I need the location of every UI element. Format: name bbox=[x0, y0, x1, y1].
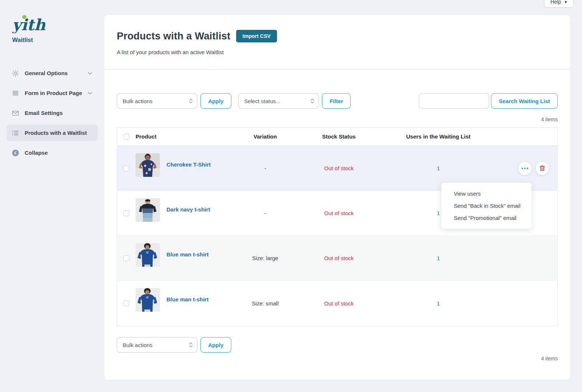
help-caret-icon: ▼ bbox=[564, 0, 568, 4]
waitlist-table: Product Variation Stock Status Users in … bbox=[117, 127, 558, 326]
product-image bbox=[136, 198, 160, 222]
row-checkbox[interactable] bbox=[123, 255, 129, 261]
table-row: Blue man t-shirt Size: large Out of stoc… bbox=[117, 236, 557, 281]
sidebar-item-collapse[interactable]: Collapse bbox=[7, 144, 98, 161]
sidebar-item-label: Form in Product Page bbox=[25, 90, 87, 96]
users-count-cell[interactable]: 1 bbox=[379, 281, 497, 326]
column-header-users: Users in the Waiting List bbox=[379, 127, 497, 146]
sidebar-item-label: Products with a Waitlist bbox=[25, 130, 92, 136]
menu-item-send-promotional-email[interactable]: Send "Promotional" email bbox=[441, 212, 532, 224]
product-link[interactable]: Blue man t-shirt bbox=[166, 251, 208, 258]
import-csv-button[interactable]: Import CSV bbox=[236, 30, 277, 42]
variation-cell: - bbox=[232, 146, 298, 190]
help-button[interactable]: Help ▼ bbox=[544, 0, 574, 8]
chevron-down-icon bbox=[87, 91, 92, 96]
search-waiting-list-button[interactable]: Search Waiting List bbox=[491, 93, 558, 109]
sidebar-item-label: Email Settings bbox=[25, 110, 92, 116]
yith-logo: yith Waitlist bbox=[0, 14, 104, 43]
panel-header: Products with a Waitlist Import CSV A li… bbox=[104, 15, 570, 70]
product-link[interactable]: Cherokee T-Shirt bbox=[166, 161, 211, 168]
ellipsis-icon bbox=[522, 168, 528, 169]
product-image bbox=[136, 153, 160, 177]
stock-status-cell: Out of stock bbox=[298, 191, 379, 235]
column-header-product: Product bbox=[136, 127, 232, 146]
row-action-menu: View users Send "Back in Stock" email Se… bbox=[441, 183, 532, 229]
stock-status-cell: Out of stock bbox=[298, 236, 379, 280]
table-row: Blue man t-shirt Size: small Out of stoc… bbox=[117, 281, 557, 326]
sidebar-item-form-in-product-page[interactable]: Form in Product Page bbox=[7, 85, 98, 101]
main-panel: Products with a Waitlist Import CSV A li… bbox=[104, 15, 570, 380]
sidebar: yith Waitlist General Options bbox=[0, 0, 104, 392]
table-row: Cherokee T-Shirt - Out of stock 1 bbox=[117, 146, 557, 191]
stock-status-cell: Out of stock bbox=[298, 281, 379, 326]
sidebar-item-products-with-a-waitlist[interactable]: Products with a Waitlist bbox=[7, 125, 98, 141]
top-toolbar: Bulk actions Apply Select status... Filt… bbox=[117, 93, 558, 109]
table-header-row: Product Variation Stock Status Users in … bbox=[117, 127, 557, 146]
bottom-toolbar: Bulk actions Apply bbox=[117, 337, 558, 353]
menu-item-view-users[interactable]: View users bbox=[441, 188, 532, 200]
form-icon bbox=[12, 90, 19, 97]
variation-cell: Size: small bbox=[232, 281, 298, 326]
page-subtitle: A list of your products with an active W… bbox=[117, 49, 558, 55]
apply-button[interactable]: Apply bbox=[200, 93, 231, 109]
filter-button[interactable]: Filter bbox=[322, 93, 351, 109]
sidebar-item-label: Collapse bbox=[25, 150, 92, 156]
items-count-top: 4 items bbox=[117, 116, 558, 122]
trash-icon bbox=[539, 165, 545, 171]
status-filter-select[interactable]: Select status... bbox=[238, 93, 319, 109]
bulk-actions-select-bottom[interactable]: Bulk actions bbox=[117, 337, 197, 353]
product-cell: Blue man t-shirt bbox=[136, 236, 232, 280]
sidebar-nav: General Options Form in Product Page bbox=[0, 65, 104, 161]
plugin-name: Waitlist bbox=[12, 37, 104, 43]
menu-item-send-back-in-stock-email[interactable]: Send "Back in Stock" email bbox=[441, 200, 532, 212]
sidebar-item-general-options[interactable]: General Options bbox=[7, 65, 98, 81]
row-checkbox[interactable] bbox=[123, 165, 129, 171]
row-checkbox[interactable] bbox=[123, 210, 129, 216]
gear-icon bbox=[12, 70, 19, 77]
product-link[interactable]: Blue man t-shirt bbox=[166, 296, 208, 302]
email-icon bbox=[12, 109, 19, 117]
collapse-icon bbox=[12, 149, 19, 157]
variation-cell: Size: large bbox=[232, 236, 298, 280]
select-all-checkbox[interactable] bbox=[123, 134, 129, 140]
delete-row-button[interactable] bbox=[536, 162, 549, 175]
row-menu-button[interactable] bbox=[518, 162, 532, 175]
product-image bbox=[136, 243, 160, 267]
product-cell: Dark navy t-shirt bbox=[136, 191, 232, 235]
svg-text:yith: yith bbox=[12, 16, 45, 33]
chevron-down-icon bbox=[87, 71, 92, 76]
stock-status-cell: Out of stock bbox=[298, 146, 379, 190]
variation-cell: - bbox=[232, 191, 298, 235]
sidebar-item-label: General Options bbox=[25, 70, 87, 76]
page: Help ▼ yith Waitlist General Options bbox=[0, 0, 582, 392]
product-cell: Cherokee T-Shirt bbox=[136, 146, 232, 190]
column-header-variation: Variation bbox=[232, 127, 298, 146]
list-icon bbox=[12, 129, 19, 137]
product-link[interactable]: Dark navy t-shirt bbox=[166, 206, 210, 213]
help-label: Help bbox=[550, 0, 561, 5]
product-image bbox=[136, 288, 160, 312]
bulk-actions-select[interactable]: Bulk actions bbox=[117, 93, 197, 109]
sidebar-item-email-settings[interactable]: Email Settings bbox=[7, 105, 98, 121]
items-count-bottom: 4 items bbox=[117, 356, 558, 361]
row-checkbox[interactable] bbox=[123, 300, 129, 306]
users-count-cell[interactable]: 1 bbox=[379, 236, 497, 280]
product-cell: Blue man t-shirt bbox=[136, 281, 232, 326]
apply-button-bottom[interactable]: Apply bbox=[200, 337, 231, 353]
search-input[interactable] bbox=[419, 93, 489, 109]
page-title: Products with a Waitlist bbox=[117, 31, 230, 42]
column-header-stock-status: Stock Status bbox=[298, 127, 379, 146]
